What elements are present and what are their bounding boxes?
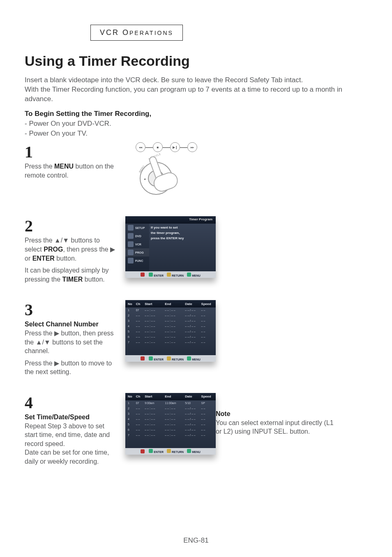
remote-prev-button: ◂◂ xyxy=(136,142,145,152)
table-row: 2– –– – : – –– – : – –– – / – –– – xyxy=(125,313,216,318)
table-row: 6– –– – : – –– – : – –– – / – –– – xyxy=(125,427,216,432)
note-block: Note You can select external input direc… xyxy=(216,393,339,436)
step-2-number: 2 xyxy=(25,218,117,234)
osd-menu-vcr: VCR xyxy=(125,240,149,248)
begin-line-1: - Power On your DVD-VCR. xyxy=(25,120,111,127)
step-3-body: Select Channel Number Press the ▶ button… xyxy=(25,320,117,377)
table-row: 3– –– – : – –– – : – –– – / – –– – xyxy=(125,318,216,324)
osd-menu-prog: PROG xyxy=(125,248,149,257)
osd-msg-2: the timer program, xyxy=(151,231,213,236)
table-row: 1079:00am11:00am5/10SP xyxy=(125,400,216,406)
intro-line-1: Insert a blank videotape into the VCR de… xyxy=(25,76,303,84)
osd-footer: ENTER RETURN MENU xyxy=(125,448,216,455)
begin-heading: To Begin Setting the Timer Recording, xyxy=(25,110,367,118)
dot-icon xyxy=(141,449,145,453)
dot-icon xyxy=(187,449,191,453)
step-4-number: 4 xyxy=(25,395,117,411)
table-row: 7– –– – : – –– – : – –– – / – –– – xyxy=(125,340,216,345)
table-row: 4– –– – : – –– – : – –– – / – –– – xyxy=(125,324,216,329)
osd-timer-table-step4: No Ch Start End Date Speed 1079:00am11:0… xyxy=(125,393,208,455)
osd-table-header: No Ch Start End Date Speed xyxy=(125,300,216,307)
step-1-number: 1 xyxy=(25,144,117,160)
table-row: 5– –– – : – –– – : – –– – / – –– – xyxy=(125,329,216,334)
table-row: 7– –– – : – –– – : – –– – / – –– – xyxy=(125,432,216,438)
osd-msg-3: press the ENTER key xyxy=(151,236,213,241)
osd-menu-func: FUNC xyxy=(125,257,149,265)
osd-msg-1: If you want to set xyxy=(151,225,213,231)
section-header-box: VCR OPERATIONS xyxy=(90,25,183,41)
step-4: 4 Set Time/Date/Speed Repeat Step 3 abov… xyxy=(25,393,367,466)
page-title: Using a Timer Recording xyxy=(25,53,367,69)
dot-icon xyxy=(149,449,153,453)
dot-icon xyxy=(167,273,171,277)
step-1-body: Press the MENU button on the remote cont… xyxy=(25,162,117,180)
intro-line-2: With the Timer Recording function, you c… xyxy=(25,86,342,103)
osd-timer-program-menu: Timer Program SETUP DVD VCR PROG FUNC If… xyxy=(125,216,208,278)
dot-icon xyxy=(149,356,153,361)
dot-icon xyxy=(167,356,171,361)
table-row: 107– – : – –– – : – –– – / – –– – xyxy=(125,307,216,313)
step-3: 3 Select Channel Number Press the ▶ butt… xyxy=(25,300,367,377)
osd-menu-dvd: DVD xyxy=(125,232,149,240)
begin-bullets: - Power On your DVD-VCR. - Power On your… xyxy=(25,119,367,139)
dot-icon xyxy=(167,449,171,453)
step-1: 1 Press the MENU button on the remote co… xyxy=(25,142,367,200)
osd-table-header: No Ch Start End Date Speed xyxy=(125,393,216,400)
remote-illustration: ◂◂ ■ ▶❙ ▸▸ SUBTITLE MENU ENTER ◂ ▸ xyxy=(125,142,208,200)
begin-line-2: - Power On your TV. xyxy=(25,129,88,137)
dot-icon xyxy=(149,273,153,277)
page-number: ENG-81 xyxy=(0,536,392,545)
note-body: You can select external input directly (… xyxy=(216,419,334,435)
dot-icon xyxy=(141,356,145,361)
remote-play-button: ▶❙ xyxy=(170,142,180,152)
step-4-body: Set Time/Date/Speed Repeat Step 3 above … xyxy=(25,413,117,466)
step-2-body: Press the ▲/▼ buttons to select PROG, th… xyxy=(25,236,117,284)
osd-timer-table-step3: No Ch Start End Date Speed 107– – : – ––… xyxy=(125,300,208,362)
table-row: 2– –– – : – –– – : – –– – / – –– – xyxy=(125,406,216,411)
table-row: 4– –– – : – –– – : – –– – / – –– – xyxy=(125,416,216,422)
osd-title: Timer Program xyxy=(125,216,216,224)
section-header-text: VCR OPERATIONS xyxy=(100,28,173,37)
dot-icon xyxy=(187,273,191,277)
step-3-number: 3 xyxy=(25,302,117,318)
osd-footer: ENTER RETURN MENU xyxy=(125,355,216,362)
remote-next-button: ▸▸ xyxy=(187,142,197,152)
table-row: 3– –– – : – –– – : – –– – / – –– – xyxy=(125,411,216,416)
dot-icon xyxy=(141,273,145,277)
table-row: 5– –– – : – –– – : – –– – / – –– – xyxy=(125,422,216,427)
intro-text: Insert a blank videotape into the VCR de… xyxy=(25,76,367,104)
note-heading: Note xyxy=(216,409,339,418)
dot-icon xyxy=(187,356,191,361)
osd-menu-setup: SETUP xyxy=(125,224,149,232)
osd-footer: ENTER RETURN MENU xyxy=(125,271,216,278)
table-row: 6– –– – : – –– – : – –– – / – –– – xyxy=(125,334,216,340)
step-2: 2 Press the ▲/▼ buttons to select PROG, … xyxy=(25,216,367,284)
remote-stop-button: ■ xyxy=(153,142,163,152)
